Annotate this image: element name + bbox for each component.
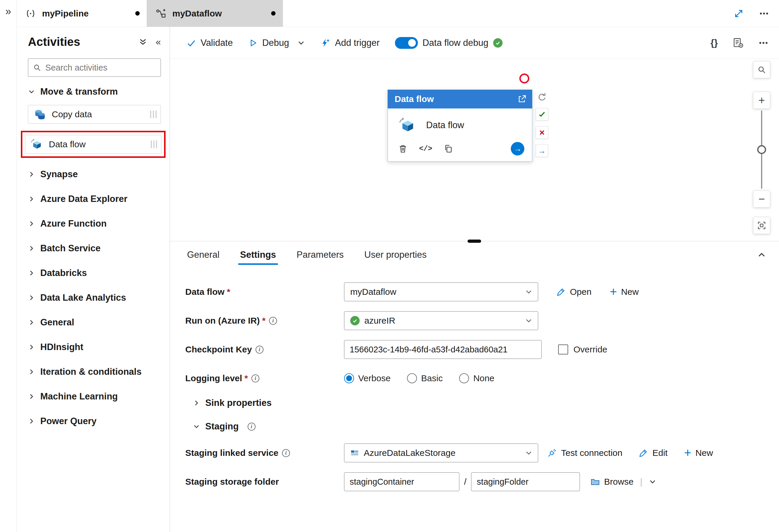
group-hdinsight[interactable]: HDInsight	[28, 335, 161, 359]
group-azure-data-explorer[interactable]: Azure Data Explorer	[28, 187, 161, 211]
sidebar-title: Activities	[28, 35, 80, 49]
tab-parameters[interactable]: Parameters	[295, 241, 346, 268]
open-dataflow-button[interactable]: Open	[556, 287, 591, 297]
expand-diagonal-icon[interactable]	[734, 8, 744, 18]
group-synapse[interactable]: Synapse	[28, 162, 161, 187]
collapse-panel-icon[interactable]	[757, 251, 766, 259]
clone-icon[interactable]	[443, 144, 454, 154]
info-icon[interactable]: i	[282, 449, 290, 457]
info-icon[interactable]: i	[248, 423, 255, 430]
browse-button[interactable]: Browse	[591, 477, 634, 487]
run-on-field-row: Run on (Azure IR) * i azureIR	[185, 311, 779, 330]
failed-status-icon[interactable]	[536, 126, 548, 139]
more-options-icon[interactable]	[759, 8, 769, 18]
radio-none[interactable]: None	[459, 373, 494, 383]
radio-button[interactable]	[407, 373, 417, 383]
radio-basic[interactable]: Basic	[407, 373, 442, 383]
more-options-icon[interactable]	[759, 38, 768, 48]
group-machine-learning[interactable]: Machine Learning	[28, 384, 161, 409]
edit-linked-service-button[interactable]: Edit	[639, 448, 667, 458]
group-move-transform[interactable]: Move & transform	[28, 82, 161, 102]
info-icon[interactable]: i	[269, 317, 277, 325]
delete-icon[interactable]	[398, 144, 408, 154]
zoom-slider-thumb[interactable]	[757, 145, 766, 154]
group-batch-service[interactable]: Batch Service	[28, 236, 161, 261]
lightning-plus-icon	[320, 38, 330, 48]
dataflow-activity-node[interactable]: Data flow	[387, 90, 532, 162]
radio-button[interactable]	[344, 373, 354, 383]
drag-grip[interactable]	[150, 111, 157, 118]
sink-properties-section[interactable]: Sink properties	[193, 398, 779, 408]
new-dataflow-button[interactable]: + New	[610, 286, 639, 298]
group-data-lake-analytics[interactable]: Data Lake Analytics	[28, 285, 161, 310]
checkpoint-key-input[interactable]	[344, 340, 542, 359]
dataflow-select[interactable]: myDataflow	[344, 282, 538, 301]
checkpoint-field-row: Checkpoint Key i Override	[185, 340, 779, 359]
tab-settings[interactable]: Settings	[238, 241, 278, 268]
node-body: Data flow </>	[387, 109, 532, 162]
group-label: Azure Data Explorer	[40, 194, 127, 204]
path-separator: /	[464, 477, 466, 487]
staging-folder-input[interactable]	[471, 472, 580, 491]
info-icon[interactable]: i	[255, 346, 263, 353]
chevron-right-icon	[28, 245, 35, 252]
zoom-in-button[interactable]: +	[753, 92, 770, 109]
radio-verbose[interactable]: Verbose	[344, 373, 391, 383]
zoom-out-button[interactable]: −	[753, 191, 770, 207]
staging-linked-service-label: Staging linked service i	[185, 448, 344, 458]
new-linked-service-button[interactable]: + New	[684, 447, 713, 459]
tab-general[interactable]: General	[185, 241, 221, 268]
expand-panel-icon[interactable]: »	[5, 5, 11, 17]
dataflow-debug-toggle[interactable]	[395, 37, 418, 49]
zoom-slider[interactable]	[753, 111, 770, 189]
canvas-search-icon[interactable]	[753, 61, 770, 78]
code-icon[interactable]: </>	[419, 145, 432, 153]
activity-copy-data[interactable]: Copy data	[28, 105, 161, 124]
drag-grip[interactable]	[151, 140, 157, 148]
test-connection-button[interactable]: Test connection	[547, 448, 622, 458]
chevron-down-icon	[28, 88, 35, 95]
skip-status-icon[interactable]: →	[536, 145, 548, 157]
dataflow-field-row: Data flow * myDataflow Open + New	[185, 282, 779, 301]
tab-mypipeline[interactable]: myPipeline	[17, 0, 147, 27]
debug-button[interactable]: Debug	[248, 38, 289, 48]
succeeded-status-icon[interactable]	[536, 108, 548, 121]
override-checkbox[interactable]	[558, 344, 568, 354]
resource-tabbar: myPipeline myDataflow	[17, 0, 779, 27]
fit-to-screen-button[interactable]	[753, 217, 770, 234]
validate-button[interactable]: Validate	[186, 38, 233, 48]
output-connector-button[interactable]: →	[511, 142, 524, 155]
info-icon[interactable]: i	[251, 375, 259, 382]
add-trigger-button[interactable]: Add trigger	[320, 38, 380, 48]
staging-linked-service-row: Staging linked service i AzureDataLakeSt…	[185, 444, 779, 462]
debug-dropdown-chevron[interactable]	[297, 39, 305, 47]
radio-button[interactable]	[459, 373, 469, 383]
group-azure-function[interactable]: Azure Function	[28, 211, 161, 236]
group-databricks[interactable]: Databricks	[28, 261, 161, 285]
tab-user-properties[interactable]: User properties	[363, 241, 428, 268]
collapse-sidebar-icon[interactable]: «	[156, 37, 161, 47]
plug-icon	[547, 448, 557, 458]
staging-container-input[interactable]	[344, 472, 459, 491]
search-input[interactable]	[45, 63, 156, 73]
group-power-query[interactable]: Power Query	[28, 409, 161, 434]
properties-icon[interactable]	[732, 37, 744, 49]
code-view-icon[interactable]: {}	[711, 37, 718, 48]
refresh-icon[interactable]	[537, 92, 547, 102]
group-general[interactable]: General	[28, 310, 161, 335]
pipeline-canvas[interactable]: Data flow	[170, 59, 779, 241]
panel-resize-handle[interactable]	[468, 240, 481, 243]
open-dataflow-icon[interactable]	[517, 94, 527, 104]
group-iteration-conditionals[interactable]: Iteration & conditionals	[28, 359, 161, 384]
activity-data-flow[interactable]: Data flow	[25, 135, 162, 154]
collapse-all-icon[interactable]	[138, 38, 147, 47]
tab-mydataflow[interactable]: myDataflow	[147, 0, 283, 27]
staging-linked-service-select[interactable]: AzureDataLakeStorage	[344, 444, 538, 462]
chevron-right-icon	[28, 368, 35, 375]
integration-runtime-select[interactable]: azureIR	[344, 311, 538, 330]
debug-ready-icon	[493, 38, 502, 48]
staging-section[interactable]: Staging i	[193, 421, 779, 432]
browse-dropdown-chevron[interactable]	[649, 478, 656, 485]
node-header-title: Data flow	[395, 94, 434, 104]
azure-data-factory-window: » myPipeline myDataflow	[0, 0, 779, 532]
